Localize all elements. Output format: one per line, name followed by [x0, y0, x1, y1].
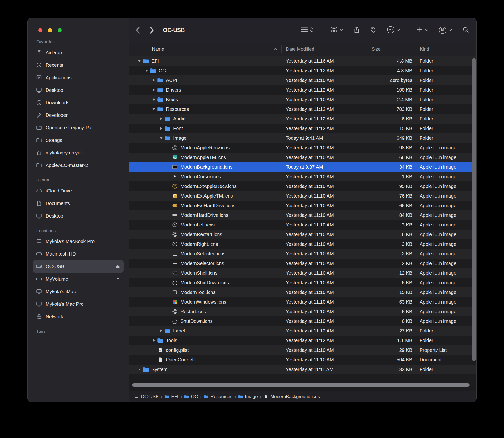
path-item-oc-usb[interactable]: OC-USB	[134, 394, 159, 399]
column-kind[interactable]: Kind	[415, 45, 476, 53]
file-row-moderntool-icns[interactable]: ModernTool.icnsYesterday at 11:10 AM15 K…	[129, 287, 476, 297]
file-row-modernrestart-icns[interactable]: ModernRestart.icnsYesterday at 11:10 AM6…	[129, 230, 476, 239]
file-row-modernextapplerecv-icns[interactable]: ModernExtAppleRecv.icnsYesterday at 11:1…	[129, 181, 476, 191]
sidebar-item-opencore-legacy-pat[interactable]: Opencore-Legacy-Pat…	[33, 121, 124, 134]
sidebar-item-macintosh-hd[interactable]: Macintosh HD	[33, 248, 124, 260]
sidebar-item-icloud-drive[interactable]: iCloud Drive	[33, 185, 124, 197]
file-name: ModernSelector.icns	[180, 261, 224, 266]
disclosure-open-icon[interactable]	[150, 107, 157, 111]
view-control[interactable]	[301, 27, 313, 33]
disclosure-spacer	[165, 194, 172, 198]
path-item-modernbackground-icns[interactable]: ModernBackground.icns	[263, 394, 320, 399]
close-button[interactable]	[38, 28, 42, 32]
more-actions-button[interactable]	[387, 26, 400, 34]
disclosure-closed-icon[interactable]	[158, 117, 164, 121]
disclosure-closed-icon[interactable]	[150, 88, 157, 92]
file-row-drivers[interactable]: DriversYesterday at 11:12 AM100 KBFolder	[129, 85, 476, 95]
file-row-modernapplerecv-icns[interactable]: ModernAppleRecv.icnsYesterday at 11:10 A…	[129, 143, 476, 153]
file-kind: Apple i…n image	[415, 164, 476, 170]
sidebar-item-airdrop[interactable]: AirDrop	[33, 46, 124, 59]
minimize-button[interactable]	[48, 28, 52, 32]
file-row-config-plist[interactable]: config.plistYesterday at 11:10 AM29 KBPr…	[129, 345, 476, 355]
file-row-modernright-icns[interactable]: ModernRight.icnsYesterday at 11:10 AM3 K…	[129, 239, 476, 249]
disclosure-closed-icon[interactable]	[158, 126, 164, 130]
column-size[interactable]: Size	[369, 45, 415, 53]
share-button[interactable]	[354, 26, 360, 34]
sidebar-item-mykola-s-mac-pro[interactable]: Mykola’s Mac Pro	[33, 298, 124, 310]
file-row-modernextharddrive-icns[interactable]: ModernExtHardDrive.icnsYesterday at 11:1…	[129, 201, 476, 210]
sidebar-item-myvolume[interactable]: MyVolume	[33, 273, 124, 285]
disclosure-closed-icon[interactable]	[158, 329, 164, 333]
file-row-tools[interactable]: ToolsYesterday at 11:12 AM1.1 MBFolder	[129, 336, 476, 345]
sidebar-item-desktop[interactable]: Desktop	[33, 84, 124, 96]
sidebar-item-desktop[interactable]: Desktop	[33, 210, 124, 222]
sidebar-item-applications[interactable]: Applications	[33, 71, 124, 84]
file-row-modernselected-icns[interactable]: ModernSelected.icnsYesterday at 11:10 AM…	[129, 249, 476, 259]
sidebar-item-applealc-master-2[interactable]: AppleALC-master-2	[33, 159, 124, 172]
disclosure-open-icon[interactable]	[143, 69, 150, 73]
account-button[interactable]: M	[439, 26, 452, 34]
sidebar-item-mykolagrymalyuk[interactable]: mykolagrymalyuk	[33, 146, 124, 159]
sidebar-item-downloads[interactable]: Downloads	[33, 96, 124, 109]
file-row-audio[interactable]: AudioYesterday at 11:12 AM6 KBFolder	[129, 114, 476, 124]
folder-outline-icon	[36, 162, 42, 168]
file-name: Tools	[166, 338, 177, 343]
horizontal-scrollbar[interactable]	[132, 383, 470, 387]
forward-button[interactable]	[150, 26, 154, 34]
column-date-modified[interactable]: Date Modified	[281, 45, 369, 53]
disclosure-open-icon[interactable]	[158, 136, 164, 140]
zoom-button[interactable]	[58, 28, 62, 32]
sidebar-item-mykola-s-macbook-pro[interactable]: Mykola’s MacBook Pro	[33, 235, 124, 248]
disclosure-closed-icon[interactable]	[150, 78, 157, 82]
chevron-up-down-icon	[310, 27, 313, 33]
file-row-modernleft-icns[interactable]: ModernLeft.icnsYesterday at 11:10 AM3 KB…	[129, 220, 476, 230]
file-row-kexts[interactable]: KextsYesterday at 11:10 AM2.4 MBFolder	[129, 95, 476, 104]
eject-icon[interactable]	[115, 264, 120, 269]
file-row-label[interactable]: LabelYesterday at 11:12 AM27 KBFolder	[129, 326, 476, 336]
file-row-modernappletm-icns[interactable]: ModernAppleTM.icnsYesterday at 11:10 AM6…	[129, 153, 476, 162]
sidebar-item-network[interactable]: Network	[33, 310, 124, 323]
sidebar-item-label: MyVolume	[46, 276, 68, 282]
path-item-oc[interactable]: OC	[184, 394, 198, 399]
sidebar-item-recents[interactable]: Recents	[33, 59, 124, 71]
disclosure-closed-icon[interactable]	[150, 98, 157, 101]
file-row-modernharddrive-icns[interactable]: ModernHardDrive.icnsYesterday at 11:10 A…	[129, 210, 476, 220]
disclosure-closed-icon[interactable]	[136, 367, 143, 371]
file-row-moderncursor-icns[interactable]: ModernCursor.icnsYesterday at 11:10 AM1 …	[129, 172, 476, 181]
file-row-opencore-efi[interactable]: OpenCore.efiYesterday at 11:10 AM504 KBD…	[129, 355, 476, 364]
file-row-modernshell-icns[interactable]: ModernShell.icnsYesterday at 11:10 AM12 …	[129, 268, 476, 278]
file-row-oc[interactable]: OCYesterday at 11:12 AM4.8 MBFolder	[129, 66, 476, 76]
sidebar-item-documents[interactable]: Documents	[33, 197, 124, 210]
sidebar-item-storage[interactable]: Storage	[33, 134, 124, 146]
file-size: 27 KB	[369, 328, 415, 334]
file-row-modernbackground-icns[interactable]: ModernBackground.icnsToday at 9:37 AM34 …	[129, 162, 476, 172]
file-row-modernselector-icns[interactable]: ModernSelector.icnsYesterday at 11:10 AM…	[129, 259, 476, 268]
disclosure-closed-icon[interactable]	[150, 339, 157, 342]
file-row-image[interactable]: ImageToday at 9:41 AM649 KBFolder	[129, 133, 476, 143]
group-button[interactable]	[330, 27, 343, 33]
disclosure-open-icon[interactable]	[136, 59, 143, 63]
new-item-button[interactable]	[417, 27, 428, 33]
path-item-resources[interactable]: Resources	[204, 394, 232, 399]
file-row-modernextappletm-icns[interactable]: ModernExtAppleTM.icnsYesterday at 11:10 …	[129, 191, 476, 201]
vertical-scrollbar[interactable]	[472, 58, 476, 361]
file-row-font[interactable]: FontYesterday at 11:12 AM15 KBFolder	[129, 124, 476, 133]
search-button[interactable]	[462, 26, 469, 34]
eject-icon[interactable]	[115, 277, 120, 281]
file-row-resources[interactable]: ResourcesYesterday at 11:12 AM703 KBFold…	[129, 104, 476, 114]
path-item-efi[interactable]: EFI	[164, 394, 178, 399]
file-row-acpi[interactable]: ACPIYesterday at 11:10 AMZero bytesFolde…	[129, 76, 476, 85]
tag-button[interactable]	[370, 27, 376, 34]
sidebar-item-mykola-s-imac[interactable]: Mykola’s iMac	[33, 285, 124, 298]
file-row-modernwindows-icns[interactable]: ModernWindows.icnsYesterday at 11:10 AM6…	[129, 297, 476, 307]
back-button[interactable]	[136, 26, 140, 34]
sidebar-item-oc-usb[interactable]: OC-USB	[33, 260, 124, 273]
column-name[interactable]: Name	[129, 46, 281, 52]
file-row-system[interactable]: SystemYesterday at 11:11 AM33 KBFolder	[129, 364, 476, 374]
file-row-restart-icns[interactable]: Restart.icnsYesterday at 11:10 AM6 KBApp…	[129, 307, 476, 316]
file-row-shutdown-icns[interactable]: ShutDown.icnsYesterday at 11:10 AM6 KBAp…	[129, 316, 476, 326]
file-row-modernshutdown-icns[interactable]: ModernShutDown.icnsYesterday at 11:10 AM…	[129, 278, 476, 287]
file-row-efi[interactable]: EFIYesterday at 11:16 AM4.8 MBFolder	[129, 56, 476, 66]
path-item-image[interactable]: Image	[238, 394, 258, 399]
sidebar-item-developer[interactable]: Developer	[33, 109, 124, 121]
